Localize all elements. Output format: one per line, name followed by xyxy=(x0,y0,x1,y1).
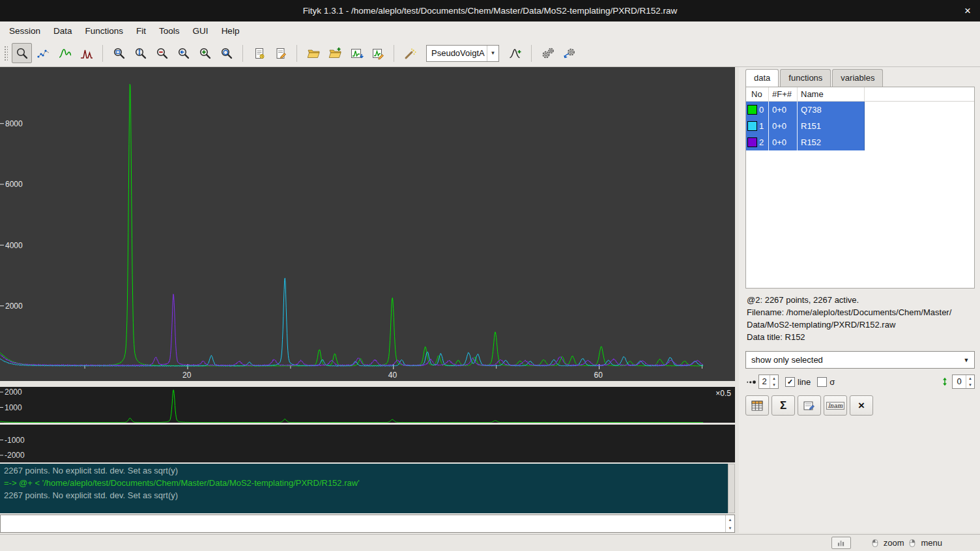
dataset-row-Q738[interactable]: 00+0Q738 xyxy=(746,102,865,118)
aux-plot-lower-canvas[interactable]: -1000-2000 xyxy=(0,425,735,462)
aux-plot-upper-canvas[interactable]: 20001000×0.5 xyxy=(0,387,735,423)
spin-up-icon[interactable]: ▲ xyxy=(770,375,778,382)
spin-up-icon[interactable]: ▲ xyxy=(726,515,734,524)
mouse-right-icon xyxy=(908,539,916,548)
peak-type-select[interactable]: PseudoVoigtA▼ xyxy=(426,45,499,62)
menu-fit[interactable]: Fit xyxy=(130,23,152,38)
dataset-color-swatch[interactable] xyxy=(747,137,757,147)
svg-text:2000: 2000 xyxy=(5,388,22,397)
spin-down-icon[interactable]: ▼ xyxy=(770,382,778,388)
svg-text:4000: 4000 xyxy=(5,241,23,250)
dataset-color-swatch[interactable] xyxy=(747,105,757,115)
tab-data[interactable]: data xyxy=(745,69,779,87)
edit-data-button[interactable] xyxy=(798,395,821,416)
menu-data[interactable]: Data xyxy=(47,23,79,38)
toolbar-grip[interactable] xyxy=(4,46,8,61)
delete-button[interactable]: × xyxy=(850,395,873,416)
line-checkbox-label: line xyxy=(798,377,811,387)
zoom-in-button[interactable] xyxy=(195,43,215,63)
magnifier-all-icon xyxy=(112,46,126,61)
spin-down-icon[interactable]: ▼ xyxy=(966,382,974,388)
sum-button[interactable]: Σ xyxy=(771,395,795,416)
dataset-name: R151 xyxy=(798,118,865,134)
toolbar-separator xyxy=(242,45,243,62)
y-shift-spinner[interactable]: 0 ▲▼ xyxy=(952,374,975,389)
column-header-no: No xyxy=(746,87,769,101)
zoom-vertical-button[interactable] xyxy=(130,43,151,63)
close-button[interactable]: × xyxy=(964,0,971,21)
dataset-number: 2 xyxy=(759,137,764,147)
main-plot-canvas[interactable]: 2000400060008000204060 xyxy=(0,67,735,381)
doc-log-icon xyxy=(252,46,267,61)
magnifier-plus-icon xyxy=(198,46,212,61)
line-checkbox[interactable]: ✓ xyxy=(785,377,795,387)
run-fit-button[interactable] xyxy=(538,43,558,63)
aux-plot-upper[interactable]: 20001000×0.5 xyxy=(0,387,735,423)
svg-text:2000: 2000 xyxy=(5,302,23,311)
toolbar-separator xyxy=(296,45,297,62)
green-curve-icon xyxy=(58,46,72,61)
toolbar-separator xyxy=(102,45,103,62)
rename-button[interactable]: lnam xyxy=(824,395,847,416)
open-data-button[interactable] xyxy=(303,43,323,63)
undo-fit-button[interactable] xyxy=(559,43,579,63)
zoom-all-button[interactable] xyxy=(109,43,129,63)
open-data-merge-button[interactable] xyxy=(324,43,345,63)
console-scrollbar[interactable] xyxy=(728,464,735,513)
auto-add-peak-button[interactable] xyxy=(505,43,525,63)
zoom-mode-button[interactable] xyxy=(12,43,32,63)
command-input[interactable] xyxy=(1,515,725,532)
spin-down-icon[interactable]: ▼ xyxy=(726,524,734,532)
zoom-out-button[interactable] xyxy=(152,43,172,63)
plot-splitter[interactable] xyxy=(0,381,735,387)
tab-functions[interactable]: functions xyxy=(780,69,831,87)
statusbar: zoom menu xyxy=(0,534,980,551)
session-log-button[interactable] xyxy=(249,43,269,63)
magnifier-prev-icon xyxy=(177,46,191,61)
spin-up-icon[interactable]: ▲ xyxy=(966,375,974,382)
menu-gui[interactable]: GUI xyxy=(186,23,215,38)
data-table-button[interactable] xyxy=(745,395,769,416)
data-range-mode-button[interactable] xyxy=(33,43,53,63)
sigma-checkbox[interactable] xyxy=(817,377,827,387)
data-transform-button[interactable] xyxy=(400,43,420,63)
save-chart-icon xyxy=(349,46,364,61)
menu-tools[interactable]: Tools xyxy=(152,23,186,38)
add-peak-mode-button[interactable] xyxy=(76,43,96,63)
folder-open-icon xyxy=(306,46,321,61)
save-session-button[interactable] xyxy=(346,43,366,63)
statusbar-config-button[interactable] xyxy=(831,537,851,549)
show-filter-dropdown[interactable]: show only selected ▼ xyxy=(745,351,975,369)
dataset-row-R151[interactable]: 10+0R151 xyxy=(746,118,865,134)
main-plot[interactable]: 2000400060008000204060 xyxy=(0,67,735,381)
rename-button-glyph: lnam xyxy=(826,402,845,410)
statusbar-menu-label: menu xyxy=(921,538,942,548)
titlebar: Fityk 1.3.1 - /home/aleplo/test/Document… xyxy=(0,0,980,21)
menu-functions[interactable]: Functions xyxy=(79,23,130,38)
dataset-number: 1 xyxy=(759,121,764,131)
tab-variables[interactable]: variables xyxy=(832,69,883,87)
aux-plot-lower[interactable]: -1000-2000 xyxy=(0,425,735,462)
toolbar-separator xyxy=(394,45,394,62)
sidebar-tabs: datafunctionsvariables xyxy=(745,69,975,87)
wand-icon xyxy=(403,46,418,61)
input-history-spinner[interactable]: ▲ ▼ xyxy=(725,515,734,532)
dataset-row-R152[interactable]: 20+0R152 xyxy=(746,134,865,150)
save-session-as-button[interactable] xyxy=(368,43,388,63)
gears-icon xyxy=(541,46,555,61)
menu-help[interactable]: Help xyxy=(215,23,246,38)
script-editor-button[interactable] xyxy=(270,43,291,63)
zoom-previous-button[interactable] xyxy=(173,43,194,63)
menu-session[interactable]: Session xyxy=(3,23,47,38)
mini-chart-icon xyxy=(837,539,846,548)
output-console[interactable]: 2267 points. No explicit std. dev. Set a… xyxy=(0,464,728,513)
point-size-spinner[interactable]: 2 ▲▼ xyxy=(758,374,779,389)
magnifier-minus-icon xyxy=(155,46,169,61)
zoom-undo-button[interactable] xyxy=(216,43,237,63)
dataset-color-swatch[interactable] xyxy=(747,121,757,131)
add-function-mode-button[interactable] xyxy=(55,43,75,63)
gear-undo-icon xyxy=(562,46,577,61)
data-list-panel: No#F+#Name 00+0Q73810+0R15120+0R152 xyxy=(745,87,975,289)
data-info-line: Data title: R152 xyxy=(747,331,973,343)
menubar: SessionDataFunctionsFitToolsGUIHelp xyxy=(0,21,980,40)
